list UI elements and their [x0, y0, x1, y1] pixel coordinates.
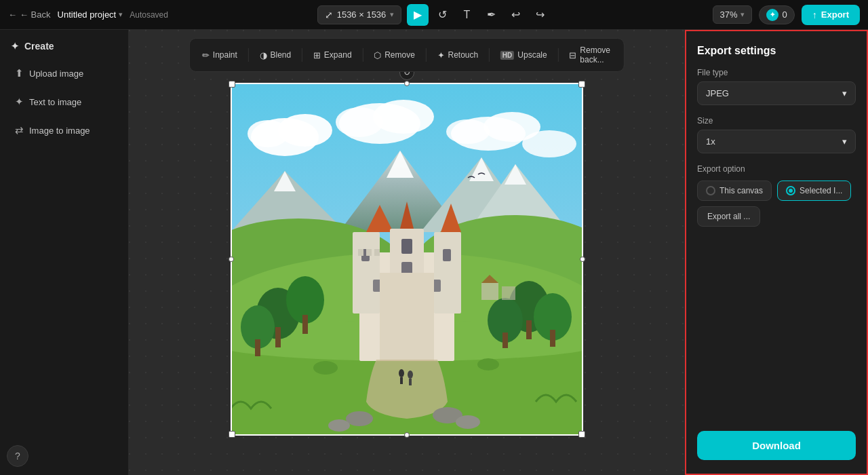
svg-rect-29: [434, 232, 461, 314]
sidebar-item-image-to-image-label: Image to image: [29, 126, 90, 136]
this-canvas-label: This canvas: [719, 186, 763, 195]
project-name[interactable]: Untitled project ▾: [58, 10, 123, 20]
svg-point-3: [248, 120, 288, 147]
redo-button[interactable]: ↪: [529, 4, 551, 26]
sidebar-item-upload-image[interactable]: ⬆ Upload image: [7, 61, 121, 86]
svg-rect-53: [550, 330, 555, 347]
upscale-icon: HD: [500, 51, 514, 60]
remove-tool[interactable]: ⬡ Remove: [367, 47, 422, 64]
export-button[interactable]: ↑ Export: [802, 5, 860, 25]
file-type-value: JPEG: [706, 88, 729, 98]
canvas-image: [231, 83, 583, 436]
toolbar-divider-6: [558, 48, 559, 62]
file-type-select[interactable]: JPEG ▾: [697, 81, 856, 105]
svg-rect-40: [358, 249, 363, 256]
selected-image-option[interactable]: Selected I...: [777, 180, 851, 201]
svg-rect-37: [443, 249, 451, 261]
help-button[interactable]: ?: [7, 445, 28, 467]
autosaved-label: Autosaved: [130, 10, 168, 20]
svg-point-58: [408, 370, 413, 379]
pointer-tool-button[interactable]: ▶: [407, 4, 429, 26]
svg-point-62: [346, 411, 373, 426]
svg-rect-45: [275, 327, 281, 347]
selected-image-radio-dot: [786, 186, 795, 195]
export-label: Export: [821, 10, 849, 20]
pen-tool-button[interactable]: ✒: [480, 4, 502, 26]
undo-button[interactable]: ↩: [505, 4, 526, 26]
svg-rect-55: [502, 332, 508, 348]
export-panel: Export settings File type JPEG ▾ Size 1x…: [685, 30, 868, 475]
svg-point-10: [522, 130, 576, 157]
expand-label: Expand: [324, 50, 352, 60]
back-label: ← Back: [20, 10, 51, 20]
svg-rect-51: [526, 320, 532, 339]
retouch-tool[interactable]: ✦ Retouch: [431, 47, 486, 64]
sidebar-item-text-to-image[interactable]: ✦ Text to image: [7, 90, 121, 114]
retouch-label: Retouch: [448, 50, 479, 60]
svg-rect-49: [255, 339, 260, 356]
toolbar-divider-3: [363, 48, 363, 62]
text-tool-button[interactable]: T: [456, 4, 477, 26]
canvas-image-wrapper[interactable]: ↻: [231, 83, 583, 436]
resize-icon: ⤢: [325, 10, 333, 20]
sidebar-item-text-to-image-label: Text to image: [29, 97, 81, 107]
text-to-image-icon: ✦: [15, 96, 24, 108]
toolbar-strip: ✏ Inpaint ◑ Blend ⊞ Expand ⬡ Remove ✦ Re…: [189, 38, 625, 72]
canvas-size-button[interactable]: ⤢ 1536 × 1536 ▾: [317, 5, 402, 24]
zoom-level-button[interactable]: 37% ▾: [713, 5, 752, 24]
remove-background-label: Remove back...: [580, 45, 612, 64]
size-label: Size: [697, 116, 856, 126]
selected-image-label: Selected I...: [800, 186, 842, 195]
sidebar: ✦ Create ⬆ Upload image ✦ Text to image …: [0, 30, 129, 475]
canvas-area[interactable]: ✏ Inpaint ◑ Blend ⊞ Expand ⬡ Remove ✦ Re…: [129, 30, 685, 475]
topbar-right: 37% ▾ ✦ 0 ↑ Export: [556, 5, 860, 25]
export-all-label: Export all ...: [707, 212, 750, 221]
project-name-chevron: ▾: [119, 10, 123, 19]
svg-point-9: [446, 119, 490, 144]
svg-point-63: [328, 419, 350, 432]
svg-point-5: [373, 100, 434, 134]
download-button[interactable]: Download: [697, 431, 856, 460]
blend-tool[interactable]: ◑ Blend: [253, 47, 298, 64]
svg-point-6: [336, 107, 383, 137]
upscale-tool[interactable]: HD Upscale: [494, 47, 554, 63]
this-canvas-option[interactable]: This canvas: [697, 180, 772, 201]
image-to-image-icon: ⇄: [15, 124, 24, 136]
expand-tool[interactable]: ⊞ Expand: [307, 47, 359, 64]
sidebar-item-image-to-image[interactable]: ⇄ Image to image: [7, 118, 121, 142]
toolbar-divider-2: [302, 48, 302, 62]
svg-rect-28: [353, 232, 380, 314]
create-label: Create: [24, 41, 54, 52]
export-option-group: Export option This canvas Selected I... …: [697, 164, 856, 227]
credits-badge[interactable]: ✦ 0: [759, 5, 795, 24]
svg-point-56: [399, 369, 404, 377]
this-canvas-radio-dot: [706, 186, 715, 195]
topbar-left: ← ← Back Untitled project ▾ Autosaved: [8, 10, 312, 20]
file-type-label: File type: [697, 68, 856, 77]
rotate-tool-button[interactable]: ↺: [431, 4, 453, 26]
size-section: Size 1x ▾: [697, 116, 856, 153]
sidebar-create-section: ✦ Create: [7, 38, 121, 54]
export-panel-title: Export settings: [697, 45, 856, 57]
export-icon: ↑: [812, 10, 817, 20]
svg-rect-43: [380, 273, 434, 361]
svg-point-65: [477, 358, 499, 370]
size-select[interactable]: 1x ▾: [697, 130, 856, 153]
inpaint-tool[interactable]: ✏ Inpaint: [195, 47, 244, 64]
sidebar-item-upload-image-label: Upload image: [29, 69, 83, 79]
export-all-button[interactable]: Export all ...: [697, 206, 760, 227]
remove-label: Remove: [384, 50, 415, 60]
svg-rect-34: [401, 239, 412, 254]
zoom-level-text: 37%: [720, 10, 738, 20]
create-icon: ✦: [11, 41, 19, 52]
toolbar-divider-1: [248, 48, 249, 62]
back-button[interactable]: ← ← Back: [8, 10, 51, 20]
upscale-label: Upscale: [517, 50, 547, 60]
svg-rect-68: [502, 286, 515, 300]
remove-icon: ⬡: [374, 50, 381, 60]
canvas-size-chevron: ▾: [390, 10, 394, 19]
remove-background-tool[interactable]: ⊟ Remove back...: [562, 42, 618, 68]
file-type-chevron: ▾: [842, 88, 847, 98]
back-icon: ←: [8, 10, 17, 20]
svg-rect-59: [409, 379, 412, 385]
